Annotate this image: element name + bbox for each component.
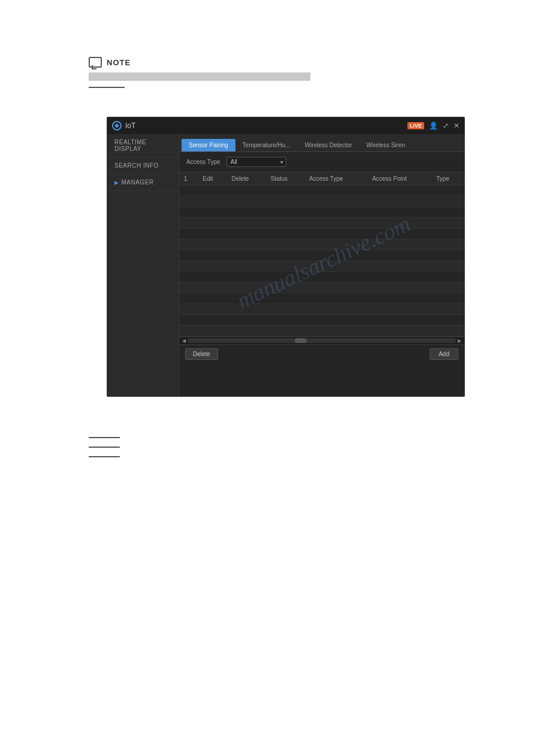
data-table-container: 1 Edit Delete Status Access Type Access … xyxy=(179,172,464,336)
sidebar-item-realtime-display-label: REALTIME DISPLAY xyxy=(114,139,146,152)
scroll-thumb[interactable] xyxy=(295,338,307,343)
table-body xyxy=(179,186,464,336)
table-header-row: 1 Edit Delete Status Access Type Access … xyxy=(179,172,464,186)
table-row xyxy=(179,196,464,207)
table-row xyxy=(179,293,464,304)
col-edit: Edit xyxy=(198,172,226,186)
sidebar-item-search-info-label: SEARCH INFO xyxy=(114,162,159,169)
bottom-line-1 xyxy=(89,437,120,438)
note-title: NOTE xyxy=(107,58,131,67)
col-type: Type xyxy=(431,172,464,186)
table-row xyxy=(179,207,464,218)
table-row xyxy=(179,218,464,229)
table-row xyxy=(179,239,464,250)
table-row xyxy=(179,326,464,336)
exit-icon[interactable]: ⤢ xyxy=(443,122,449,130)
tab-sensor-pairing[interactable]: Sensor Pairing xyxy=(182,139,235,151)
live-badge: LIVE xyxy=(407,122,424,129)
tab-temperature-hu[interactable]: Temperature/Hu... xyxy=(235,139,298,151)
access-type-select-wrapper[interactable]: All Wired Wireless xyxy=(226,157,286,167)
iot-logo-inner xyxy=(115,124,119,127)
sidebar-item-manager[interactable]: ▶ MANAGER xyxy=(107,174,179,191)
scroll-left-arrow[interactable]: ◀ xyxy=(180,338,188,344)
access-type-select[interactable]: All Wired Wireless xyxy=(226,157,286,167)
table-row xyxy=(179,315,464,326)
scroll-track[interactable] xyxy=(188,338,456,343)
note-divider xyxy=(89,87,125,88)
table-row xyxy=(179,283,464,293)
filter-access-type-label: Access Type xyxy=(186,159,220,165)
note-section: NOTE xyxy=(89,57,448,88)
tabs-bar: Sensor Pairing Temperature/Hu... Wireles… xyxy=(179,134,464,152)
horizontal-scrollbar[interactable]: ◀ ▶ xyxy=(179,336,464,345)
table-row xyxy=(179,250,464,261)
col-num: 1 xyxy=(179,172,198,186)
data-table: 1 Edit Delete Status Access Type Access … xyxy=(179,172,464,336)
sidebar-chevron-icon: ▶ xyxy=(114,180,119,186)
iot-logo-icon xyxy=(112,121,122,130)
col-access-point: Access Point xyxy=(367,172,431,186)
sidebar-item-search-info[interactable]: SEARCH INFO xyxy=(107,157,179,174)
main-content: Sensor Pairing Temperature/Hu... Wireles… xyxy=(179,134,464,396)
scroll-right-arrow[interactable]: ▶ xyxy=(456,338,463,344)
tab-wireless-detector[interactable]: Wireless Detector xyxy=(298,139,359,151)
note-header: NOTE xyxy=(89,57,448,68)
table-row xyxy=(179,272,464,283)
add-button[interactable]: Add xyxy=(430,348,458,360)
sidebar-item-realtime-display[interactable]: REALTIME DISPLAY xyxy=(107,134,179,157)
sidebar-item-manager-label: MANAGER xyxy=(122,179,154,186)
filter-row: Access Type All Wired Wireless xyxy=(179,152,464,172)
table-row xyxy=(179,229,464,239)
title-bar-right: LIVE 👤 ⤢ ✕ xyxy=(407,122,460,130)
window-title: IoT xyxy=(125,122,135,130)
bottom-lines xyxy=(89,437,120,466)
bottom-bar: Delete Add xyxy=(179,345,464,363)
user-icon[interactable]: 👤 xyxy=(429,122,438,130)
table-row xyxy=(179,186,464,196)
title-bar: IoT LIVE 👤 ⤢ ✕ xyxy=(107,117,464,134)
table-row xyxy=(179,261,464,272)
bottom-line-3 xyxy=(89,456,120,457)
bottom-line-2 xyxy=(89,447,120,448)
col-status: Status xyxy=(266,172,304,186)
note-bar xyxy=(89,72,310,81)
col-delete: Delete xyxy=(227,172,266,186)
note-icon xyxy=(89,57,102,68)
title-bar-left: IoT xyxy=(112,121,135,130)
close-icon[interactable]: ✕ xyxy=(454,122,460,130)
col-access-type: Access Type xyxy=(304,172,367,186)
main-ui-window: IoT LIVE 👤 ⤢ ✕ REALTIME DISPLAY SEARCH I… xyxy=(107,117,465,397)
sidebar: REALTIME DISPLAY SEARCH INFO ▶ MANAGER xyxy=(107,134,179,397)
table-row xyxy=(179,304,464,315)
tab-wireless-siren[interactable]: Wireless Siren xyxy=(359,139,412,151)
delete-button[interactable]: Delete xyxy=(185,348,218,360)
